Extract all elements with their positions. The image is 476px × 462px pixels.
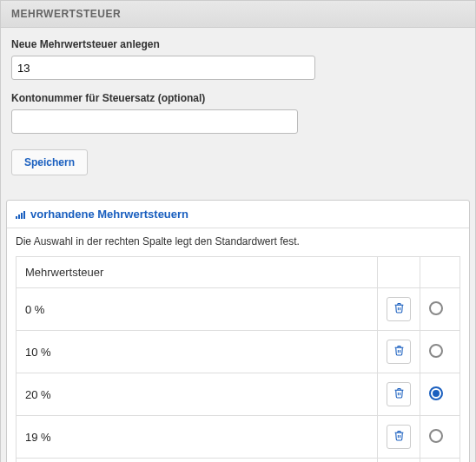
trash-icon bbox=[393, 302, 405, 316]
row-select bbox=[420, 288, 460, 331]
row-select bbox=[420, 416, 460, 459]
new-vat-input[interactable] bbox=[11, 56, 315, 80]
table-row: 0 % bbox=[17, 288, 460, 331]
delete-button[interactable] bbox=[387, 425, 411, 449]
vat-label: 20 % bbox=[17, 373, 378, 416]
vat-label: 0 % bbox=[17, 288, 378, 331]
trash-icon bbox=[393, 430, 405, 444]
trash-icon bbox=[393, 345, 405, 359]
existing-vat-desc: Die Auswahl in der rechten Spalte legt d… bbox=[7, 228, 469, 256]
col-header-select bbox=[420, 257, 460, 288]
account-input[interactable] bbox=[11, 109, 298, 134]
table-row: 10 % bbox=[17, 331, 460, 373]
row-actions bbox=[378, 331, 420, 373]
delete-button[interactable] bbox=[387, 297, 411, 321]
panel-body: Neue Mehrwertsteuer anlegen Kontonummer … bbox=[1, 28, 475, 189]
vat-label: 19 % bbox=[17, 416, 378, 459]
delete-button[interactable] bbox=[387, 382, 411, 406]
vat-label: 11 % bbox=[17, 459, 378, 463]
default-radio[interactable] bbox=[429, 429, 443, 443]
new-vat-label: Neue Mehrwertsteuer anlegen bbox=[11, 38, 465, 50]
row-actions bbox=[378, 288, 420, 331]
col-header-actions bbox=[378, 257, 420, 288]
existing-vat-panel: vorhandene Mehrwertsteuern Die Auswahl i… bbox=[6, 200, 470, 462]
trash-icon bbox=[393, 387, 405, 401]
list-icon bbox=[16, 210, 25, 219]
row-actions bbox=[378, 459, 420, 463]
panel-title: MEHRWERTSTEUER bbox=[1, 1, 475, 28]
default-radio[interactable] bbox=[429, 301, 443, 315]
row-actions bbox=[378, 373, 420, 416]
table-row: 19 % bbox=[17, 416, 460, 459]
table-row: 20 % bbox=[17, 373, 460, 416]
row-select bbox=[420, 331, 460, 373]
existing-vat-header: vorhandene Mehrwertsteuern bbox=[7, 201, 469, 228]
row-select bbox=[420, 373, 460, 416]
row-select bbox=[420, 459, 460, 463]
col-header-vat: Mehrwertsteuer bbox=[17, 257, 378, 288]
vat-table: Mehrwertsteuer 0 %10 %20 %19 %11 % bbox=[16, 256, 460, 462]
default-radio[interactable] bbox=[429, 386, 443, 400]
row-actions bbox=[378, 416, 420, 459]
vat-panel: MEHRWERTSTEUER Neue Mehrwertsteuer anleg… bbox=[0, 0, 476, 462]
vat-label: 10 % bbox=[17, 331, 378, 373]
default-radio[interactable] bbox=[429, 344, 443, 358]
delete-button[interactable] bbox=[387, 340, 411, 364]
account-label: Kontonummer für Steuersatz (optional) bbox=[11, 92, 465, 104]
existing-vat-title: vorhandene Mehrwertsteuern bbox=[30, 208, 188, 221]
save-button[interactable]: Speichern bbox=[11, 149, 88, 175]
table-row: 11 % bbox=[17, 459, 460, 463]
